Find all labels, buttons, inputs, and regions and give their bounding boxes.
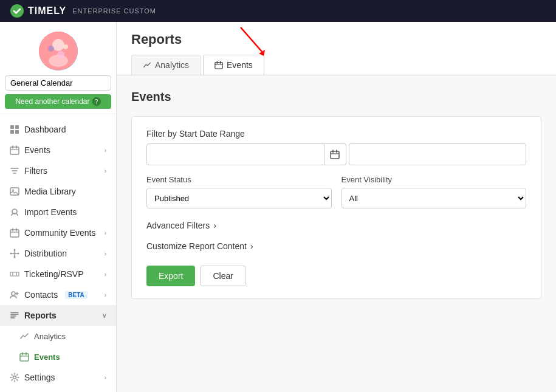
actions-row: Export Clear [146, 266, 526, 286]
svg-point-16 [14, 249, 16, 251]
sidebar-item-label: Contacts [24, 290, 58, 300]
chevron-right-icon: › [105, 168, 106, 174]
tabs: Analytics Events [131, 55, 541, 75]
sidebar-profile: General Calendar Need another calendar ? [0, 22, 116, 114]
community-icon [10, 228, 19, 238]
calendar-picker-button[interactable] [324, 143, 346, 165]
sidebar-item-reports[interactable]: Reports ∨ [0, 305, 116, 326]
need-calendar-button[interactable]: Need another calendar ? [5, 94, 111, 109]
tab-events[interactable]: Events [203, 55, 264, 75]
date-range-row [146, 143, 526, 165]
sidebar-item-events[interactable]: Events › [0, 140, 116, 160]
help-icon: ? [92, 97, 101, 106]
sidebar-item-community-events[interactable]: Community Events › [0, 222, 116, 243]
sidebar-item-settings[interactable]: Settings › [0, 367, 116, 388]
sidebar-item-label: Import Events [24, 207, 77, 217]
svg-rect-9 [10, 130, 14, 134]
chevron-right-icon: › [213, 221, 216, 230]
section-title: Events [131, 90, 541, 104]
calendar-select[interactable]: General Calendar [5, 75, 111, 91]
main-content: Reports Analytics Events Events [117, 22, 556, 392]
svg-point-20 [12, 292, 15, 295]
svg-rect-10 [15, 130, 19, 134]
chevron-right-icon: › [105, 374, 106, 381]
beta-badge: BETA [65, 291, 87, 299]
sidebar-item-label: Community Events [24, 228, 95, 238]
advanced-filters-toggle[interactable]: Advanced Filters › [146, 218, 526, 233]
clear-button[interactable]: Clear [200, 266, 245, 286]
contacts-icon [10, 290, 19, 300]
sidebar-item-dashboard[interactable]: Dashboard [0, 119, 116, 140]
sidebar-item-ticketing[interactable]: Ticketing/RSVP › [0, 264, 116, 284]
calendar-select-wrapper[interactable]: General Calendar [5, 75, 111, 91]
ticket-icon [10, 269, 19, 279]
chevron-right-icon: › [105, 250, 106, 257]
event-status-select[interactable]: Published Draft Pending Cancelled [146, 188, 332, 208]
export-label: Export [159, 271, 183, 281]
event-status-label: Event Status [146, 175, 332, 184]
gear-icon [10, 373, 19, 382]
distribution-icon [10, 249, 19, 258]
svg-point-13 [12, 190, 14, 191]
svg-rect-7 [10, 125, 14, 129]
tab-events-label: Events [227, 60, 253, 70]
sidebar-item-import-events[interactable]: Import Events [0, 202, 116, 222]
svg-point-19 [14, 256, 16, 258]
svg-point-0 [10, 4, 24, 18]
date-end-input[interactable] [349, 143, 527, 165]
sidebar-sub-item-label: Events [34, 352, 60, 362]
svg-point-6 [57, 51, 64, 58]
export-button[interactable]: Export [146, 266, 195, 286]
sidebar-item-label: Events [24, 145, 50, 155]
chart-icon [19, 331, 29, 341]
filter-icon [10, 166, 19, 176]
topbar: TIMELY ENTERPRISE CUSTOM [0, 0, 556, 22]
timely-logo-icon [10, 4, 24, 18]
svg-rect-25 [331, 151, 339, 159]
need-calendar-label: Need another calendar [15, 97, 89, 106]
sidebar-item-filters[interactable]: Filters › [0, 160, 116, 181]
calendar-tab-icon [215, 61, 223, 69]
svg-point-22 [13, 376, 16, 379]
chevron-right-icon: › [250, 241, 253, 251]
chevron-right-icon: › [105, 292, 106, 298]
svg-rect-15 [10, 230, 19, 237]
sidebar-item-label: Media Library [24, 187, 76, 196]
chevron-right-icon: › [105, 147, 106, 154]
status-row: Event Status Published Draft Pending Can… [146, 175, 526, 208]
customize-report-toggle[interactable]: Customize Report Content › [146, 239, 526, 253]
content-header: Reports Analytics Events [117, 22, 556, 75]
chevron-right-icon: › [105, 271, 106, 278]
clear-label: Clear [213, 271, 233, 281]
sidebar-item-events-sub[interactable]: Events [0, 346, 116, 367]
sidebar-sub-item-label: Analytics [34, 332, 66, 341]
svg-point-4 [48, 46, 54, 52]
sidebar-item-contacts[interactable]: Contacts BETA › [0, 284, 116, 305]
logo-sub: ENTERPRISE CUSTOM [72, 7, 156, 15]
sidebar-item-distribution[interactable]: Distribution › [0, 243, 116, 264]
svg-point-17 [10, 253, 12, 255]
date-start-input[interactable] [146, 143, 324, 165]
svg-rect-11 [10, 147, 19, 154]
event-status-group: Event Status Published Draft Pending Can… [146, 175, 332, 208]
logo: TIMELY ENTERPRISE CUSTOM [10, 4, 156, 18]
chevron-down-icon: ∨ [102, 312, 106, 319]
event-visibility-select[interactable]: All Public Private [341, 188, 527, 208]
sidebar-item-label: Reports [24, 311, 57, 320]
advanced-filters-label: Advanced Filters [146, 221, 210, 230]
calendar-icon [10, 145, 19, 155]
image-icon [10, 187, 19, 196]
import-icon [10, 207, 19, 217]
sidebar-item-media-library[interactable]: Media Library [0, 181, 116, 202]
tab-analytics-label: Analytics [155, 60, 189, 70]
sidebar: General Calendar Need another calendar ?… [0, 22, 117, 392]
sidebar-item-label: Distribution [24, 249, 67, 258]
sidebar-item-label: Dashboard [24, 125, 66, 134]
content-body: Events Filter by Start Date Range [117, 75, 556, 392]
page-title: Reports [131, 32, 541, 47]
tab-analytics[interactable]: Analytics [131, 55, 201, 75]
chevron-right-icon: › [105, 230, 106, 236]
grid-icon [10, 125, 19, 134]
sidebar-nav: Dashboard Events › Filters › [0, 114, 116, 392]
sidebar-item-analytics-sub[interactable]: Analytics [0, 326, 116, 346]
